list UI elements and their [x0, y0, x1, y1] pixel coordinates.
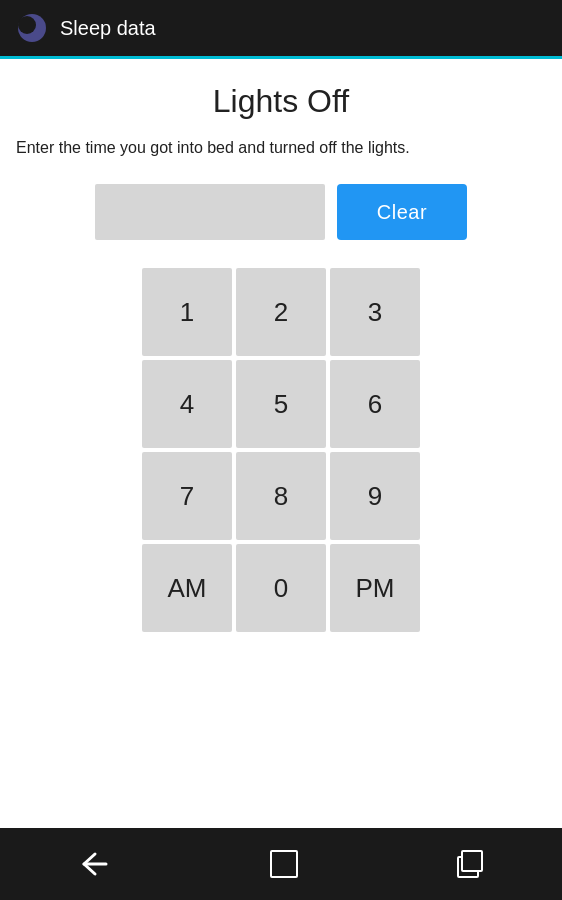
app-title: Sleep data — [60, 17, 156, 40]
page-title: Lights Off — [16, 83, 546, 120]
nav-bar — [0, 828, 562, 900]
key-2[interactable]: 2 — [236, 268, 326, 356]
numpad: 1 2 3 4 5 6 7 8 9 AM 0 PM — [16, 268, 546, 632]
numpad-row-2: 4 5 6 — [142, 360, 420, 448]
moon-icon — [16, 12, 48, 44]
input-row: Clear — [16, 184, 546, 240]
clear-button[interactable]: Clear — [337, 184, 467, 240]
key-7[interactable]: 7 — [142, 452, 232, 540]
key-6[interactable]: 6 — [330, 360, 420, 448]
key-8[interactable]: 8 — [236, 452, 326, 540]
key-3[interactable]: 3 — [330, 268, 420, 356]
key-0[interactable]: 0 — [236, 544, 326, 632]
numpad-row-1: 1 2 3 — [142, 268, 420, 356]
key-4[interactable]: 4 — [142, 360, 232, 448]
key-1[interactable]: 1 — [142, 268, 232, 356]
back-button[interactable] — [79, 850, 111, 878]
title-bar: Sleep data — [0, 0, 562, 56]
description-text: Enter the time you got into bed and turn… — [16, 136, 546, 160]
svg-point-1 — [18, 16, 36, 34]
key-am[interactable]: AM — [142, 544, 232, 632]
key-pm[interactable]: PM — [330, 544, 420, 632]
key-9[interactable]: 9 — [330, 452, 420, 540]
recents-button[interactable] — [457, 850, 483, 878]
home-icon — [270, 850, 298, 878]
numpad-row-4: AM 0 PM — [142, 544, 420, 632]
main-content: Lights Off Enter the time you got into b… — [0, 59, 562, 828]
recents-icon — [457, 850, 483, 878]
home-button[interactable] — [270, 850, 298, 878]
key-5[interactable]: 5 — [236, 360, 326, 448]
time-display — [95, 184, 325, 240]
numpad-row-3: 7 8 9 — [142, 452, 420, 540]
